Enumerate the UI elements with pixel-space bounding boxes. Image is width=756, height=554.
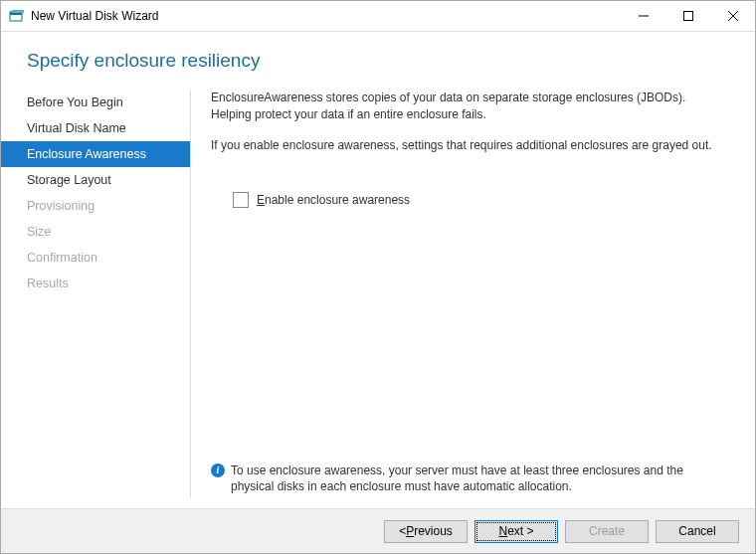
cancel-button[interactable]: Cancel xyxy=(656,520,739,543)
enable-enclosure-checkbox[interactable] xyxy=(233,192,249,208)
previous-button[interactable]: < Previous xyxy=(384,520,468,543)
svg-rect-4 xyxy=(683,12,692,21)
step-nav: Before You Begin Virtual Disk Name Enclo… xyxy=(1,84,190,508)
page-title: Specify enclosure resiliency xyxy=(27,50,729,72)
next-button[interactable]: Next > xyxy=(474,520,558,543)
window-controls xyxy=(621,1,755,31)
info-note: i To use enclosure awareness, your serve… xyxy=(211,462,727,494)
create-button: Create xyxy=(565,520,649,543)
info-text: To use enclosure awareness, your server … xyxy=(231,462,727,494)
wizard-body: Before You Begin Virtual Disk Name Enclo… xyxy=(1,84,755,508)
window-title: New Virtual Disk Wizard xyxy=(31,9,621,23)
wizard-window: New Virtual Disk Wizard Specify enclosur… xyxy=(0,0,756,554)
app-icon xyxy=(9,8,25,24)
enable-enclosure-label: Enable enclosure awareness xyxy=(257,193,410,207)
nav-size: Size xyxy=(1,219,190,245)
close-button[interactable] xyxy=(710,1,755,31)
nav-before-you-begin[interactable]: Before You Begin xyxy=(1,90,190,115)
nav-results: Results xyxy=(1,271,190,296)
maximize-button[interactable] xyxy=(665,1,710,31)
nav-provisioning: Provisioning xyxy=(1,193,190,219)
wizard-footer: < Previous Next > Create Cancel xyxy=(1,508,755,553)
nav-virtual-disk-name[interactable]: Virtual Disk Name xyxy=(1,115,190,141)
info-icon: i xyxy=(211,463,225,477)
description-2: If you enable enclosure awareness, setti… xyxy=(211,137,727,154)
svg-rect-2 xyxy=(12,10,24,13)
titlebar: New Virtual Disk Wizard xyxy=(1,1,755,32)
page-header: Specify enclosure resiliency xyxy=(1,32,755,84)
nav-confirmation: Confirmation xyxy=(1,245,190,271)
content-pane: EnclosureAwareness stores copies of your… xyxy=(191,84,755,508)
description-1: EnclosureAwareness stores copies of your… xyxy=(211,90,727,123)
enable-enclosure-row[interactable]: Enable enclosure awareness xyxy=(233,192,727,208)
minimize-button[interactable] xyxy=(621,1,665,31)
nav-enclosure-awareness[interactable]: Enclosure Awareness xyxy=(1,141,190,167)
nav-storage-layout[interactable]: Storage Layout xyxy=(1,167,190,193)
